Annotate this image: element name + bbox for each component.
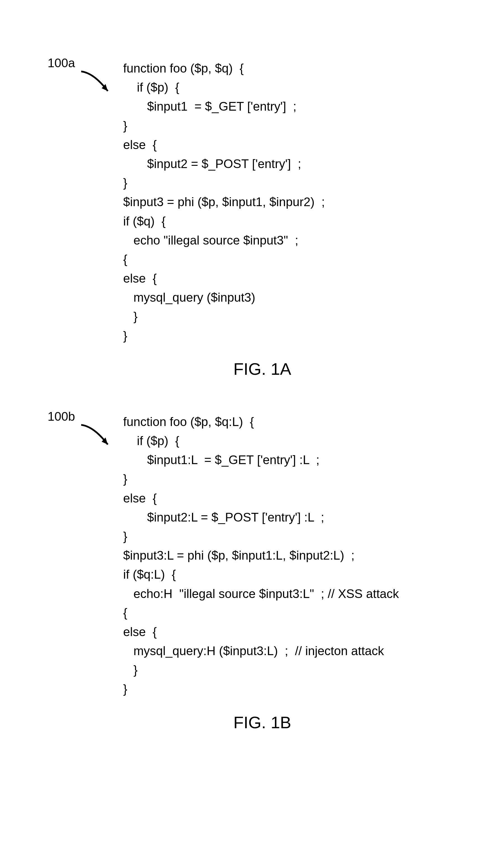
figure-1a: 100a function foo ($p, $q) { if ($p) { $…	[17, 59, 474, 379]
figure-1b: 100b function foo ($p, $q:L) { if ($p) {…	[17, 412, 474, 732]
figure-b-caption: FIG. 1B	[50, 713, 474, 732]
code-listing-a: function foo ($p, $q) { if ($p) { $input…	[123, 59, 474, 345]
figure-b-ref-label: 100b	[48, 410, 75, 423]
arrow-leader-icon	[77, 422, 116, 453]
figure-a-ref-label: 100a	[48, 56, 75, 70]
figure-a-caption: FIG. 1A	[50, 359, 474, 379]
arrow-leader-icon	[77, 68, 116, 100]
code-listing-b: function foo ($p, $q:L) { if ($p) { $inp…	[123, 412, 474, 699]
